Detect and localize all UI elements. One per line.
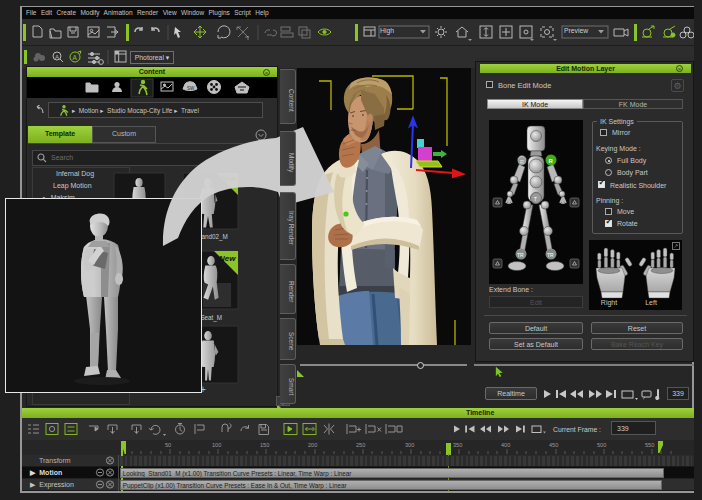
svg-text:A: A: [55, 54, 59, 60]
svg-text:TR: TR: [547, 252, 554, 258]
svg-text:450: 450: [549, 442, 558, 448]
svg-text:100: 100: [212, 442, 221, 448]
svg-text:300: 300: [405, 442, 414, 448]
svg-text:TR: TR: [517, 252, 524, 258]
svg-text:500: 500: [597, 442, 606, 448]
svg-text:50: 50: [165, 442, 171, 448]
svg-text:350: 350: [453, 442, 462, 448]
svg-text:R: R: [520, 159, 524, 165]
svg-text:150: 150: [260, 442, 269, 448]
svg-text:A: A: [73, 54, 78, 61]
svg-text:250: 250: [356, 442, 365, 448]
svg-text:400: 400: [501, 442, 510, 448]
svg-text:R: R: [549, 158, 554, 164]
svg-text:Current Frame :: Current Frame :: [553, 426, 601, 433]
svg-text:550: 550: [645, 442, 654, 448]
svg-text:200: 200: [308, 442, 317, 448]
